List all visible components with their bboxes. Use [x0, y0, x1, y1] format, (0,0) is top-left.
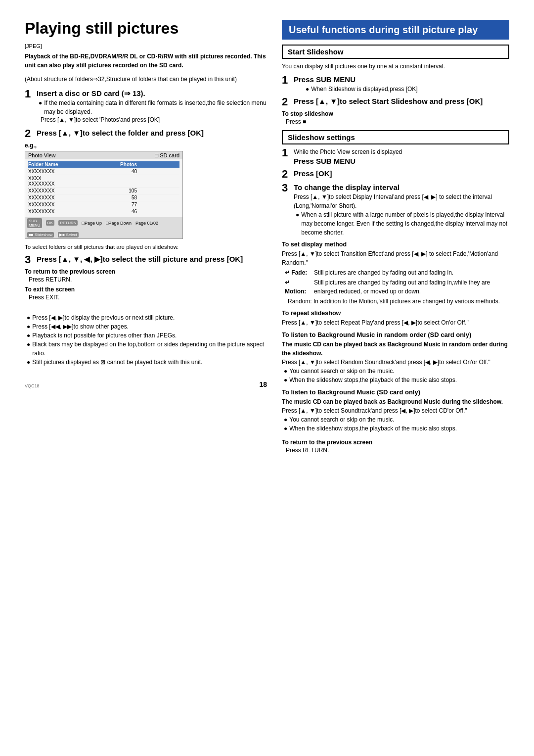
subsection-2-title: Slideshow settings: [282, 130, 509, 144]
return2-press: Press RETURN.: [286, 447, 509, 454]
ss-step-2-block: 2 Press [▲, ▼]to select Start Slideshow …: [282, 96, 509, 107]
set-step-3-bullet: ● When a still picture with a large numb…: [296, 210, 509, 237]
set-step-2-body: Press [OK]: [294, 169, 509, 180]
ss-step-1-title: Press SUB MENU: [294, 75, 509, 85]
eg-label: e.g.,: [25, 142, 267, 149]
screen-btn-ok: OK: [46, 220, 55, 226]
set-step-3-title: To change the display interval: [294, 183, 509, 192]
screen-row: XXXXXXXX40: [28, 168, 179, 175]
set-step-3-block: 3 To change the display interval Press […: [282, 183, 509, 237]
set-step-3-detail: Press [▲, ▼]to select Display Interval'a…: [294, 192, 509, 210]
set-step-1-title-pre: While the Photo View screen is displayed: [294, 147, 509, 156]
repeat-label: To repeat slideshow: [282, 310, 509, 317]
step-1-press: Press [▲, ▼]to select 'Photos'and press …: [41, 116, 267, 123]
subsection-1-title: Start Slideshow: [282, 45, 509, 59]
motion-fade-label: ↵ Fade:: [285, 268, 312, 277]
motion-motion-label: ↵ Motion:: [285, 278, 312, 296]
ss-step-1-block: 1 Press SUB MENU ● When Slideshow is dis…: [282, 75, 509, 94]
select-btn: ▶■ Select: [58, 232, 78, 237]
return-btn: RETURN: [58, 220, 78, 226]
motion-fade-block: ↵ Fade: Still pictures are changed by fa…: [285, 268, 509, 277]
bullet-dot: ●: [27, 331, 30, 340]
set-step-1-block: 1 While the Photo View screen is display…: [282, 147, 509, 166]
bullet-item: ● Playback is not possible for pictures …: [27, 331, 267, 340]
motion-random-text: Random: In addition to the Motion,'still…: [288, 297, 509, 306]
bullet-item: ● Press [◀◀, ▶▶]to show other pages.: [27, 322, 267, 331]
bgm2-bullet-text-2: When the slideshow stops,the playback of…: [289, 424, 457, 433]
bgm-detail-1: The music CD can be played back as Backg…: [282, 340, 509, 358]
step-1-bullet: ● If the media containing data in differ…: [39, 98, 267, 116]
screen-row: XXXXXXXX105: [28, 188, 179, 194]
sub-menu-btn: SUBMENU: [27, 218, 42, 228]
bullet-dot: ●: [296, 210, 299, 237]
divider: [25, 307, 267, 307]
bgm-bullet-1: ● You cannot search or skip on the music…: [284, 367, 509, 376]
page-num-label: Page 01/02: [135, 221, 158, 226]
screen-header: Photo View □ SD card: [25, 151, 182, 159]
set-step-1-num: 1: [282, 147, 291, 166]
left-column: Playing still pictures [JPEG] Playback o…: [25, 20, 267, 736]
return-press: Press RETURN.: [29, 276, 267, 283]
repeat-detail: Press [▲, ▼]to select Repeat Play'and pr…: [282, 318, 509, 327]
bgm-detail-2: Press [▲, ▼]to select Random Soundtrack'…: [282, 358, 509, 367]
bullet-text: Still pictures displayed as ⊠ cannot be …: [32, 358, 202, 367]
ss-step-2-title: Press [▲, ▼]to select Start Slideshow an…: [294, 96, 509, 106]
page-down-label: □Page Down: [106, 221, 132, 226]
bullet-dot: ●: [284, 424, 287, 433]
bullet-dot: ●: [39, 98, 42, 116]
caption-1: To select folders or still pictures that…: [25, 243, 267, 251]
bullet-dot: ●: [27, 340, 30, 358]
bgm-bullet-2: ● When the slideshow stops,the playback …: [284, 376, 509, 384]
intro-bold-1: Playback of the BD-RE,DVDRAM/R/R DL or C…: [25, 53, 266, 69]
step-1-body: Insert a disc or SD card (⇒ 13). ● If th…: [37, 89, 267, 125]
page-number: 18: [259, 380, 267, 388]
bgm2-bullet-2: ● When the slideshow stops,the playback …: [284, 424, 509, 433]
bgm2-detail-1: The music CD can be played back as Backg…: [282, 397, 509, 406]
right-column: Useful functions during still picture pl…: [282, 20, 509, 736]
step-3-title: Press [▲, ▼, ◀, ▶]to select the still pi…: [37, 254, 267, 264]
intro-text-1: Playback of the BD-RE,DVDRAM/R/R DL or C…: [25, 52, 267, 70]
set-step-3-body: To change the display interval Press [▲,…: [294, 183, 509, 237]
ss-step-1-bullet: ● When Slideshow is displayed,press [OK]: [306, 85, 509, 94]
screen-row: XXXXXXXX77: [28, 201, 179, 208]
screen-row: XXXXXXXX46: [28, 208, 179, 215]
set-step-1-title: Press SUB MENU: [294, 156, 509, 166]
bullet-dot: ●: [284, 415, 287, 424]
bgm-bullet-text-2: When the slideshow stops,the playback of…: [289, 376, 457, 384]
step-2-number: 2: [25, 128, 34, 139]
step-2-title: Press [▲, ▼]to select the folder and pre…: [37, 128, 267, 138]
step-1-number: 1: [25, 89, 34, 125]
bullet-dot: ●: [27, 358, 30, 367]
step-1-block: 1 Insert a disc or SD card (⇒ 13). ● If …: [25, 89, 267, 125]
motion-motion-text: Still pictures are changed by fading out…: [314, 278, 509, 296]
ss-step-1-num: 1: [282, 75, 291, 94]
set-step-2-block: 2 Press [OK]: [282, 169, 509, 180]
exit-press: Press EXIT.: [29, 294, 267, 301]
step-2-block: 2 Press [▲, ▼]to select the folder and p…: [25, 128, 267, 139]
col-header-photos: Photos: [107, 162, 137, 167]
motion-fade-text: Still pictures are changed by fading out…: [314, 268, 453, 277]
col-header-name: Folder Name: [28, 162, 107, 167]
return-label: To return to the previous screen: [25, 268, 267, 275]
set-step-2-num: 2: [282, 169, 291, 180]
page: Playing still pictures [JPEG] Playback o…: [0, 0, 534, 756]
screen-row: XXXXXXXX58: [28, 194, 179, 201]
set-step-3-num: 3: [282, 183, 291, 237]
exit-label: To exit the screen: [25, 286, 267, 293]
intro-text-2: (About structure of folders⇒32,Structure…: [25, 75, 267, 84]
bgm-bullet-text-1: You cannot search or skip on the music.: [289, 367, 394, 376]
bgm2-detail-2: Press [▲, ▼]to select Soundtrack'and pre…: [282, 406, 509, 415]
ss-step-2-num: 2: [282, 96, 291, 107]
bullet-text: Press [◀◀, ▶▶]to show other pages.: [32, 322, 129, 331]
step-2-body: Press [▲, ▼]to select the folder and pre…: [37, 128, 267, 139]
set-step-1-body: While the Photo View screen is displayed…: [294, 147, 509, 166]
motion-motion-block: ↵ Motion: Still pictures are changed by …: [285, 278, 509, 296]
screen-bottom: SUBMENU OK RETURN □Page Up □Page Down Pa…: [25, 217, 182, 238]
page-title: Playing still pictures: [25, 20, 267, 37]
bgm-label: To listen to Background Music in random …: [282, 331, 509, 338]
screen-btn-return: RETURN: [58, 220, 78, 226]
jpeg-label: [JPEG]: [25, 43, 267, 49]
bgm2-bullet-1: ● You cannot search or skip on the music…: [284, 415, 509, 424]
intro-paren: (About structure of folders⇒32,Structure…: [25, 76, 237, 83]
bullet-dot: ●: [284, 367, 287, 376]
